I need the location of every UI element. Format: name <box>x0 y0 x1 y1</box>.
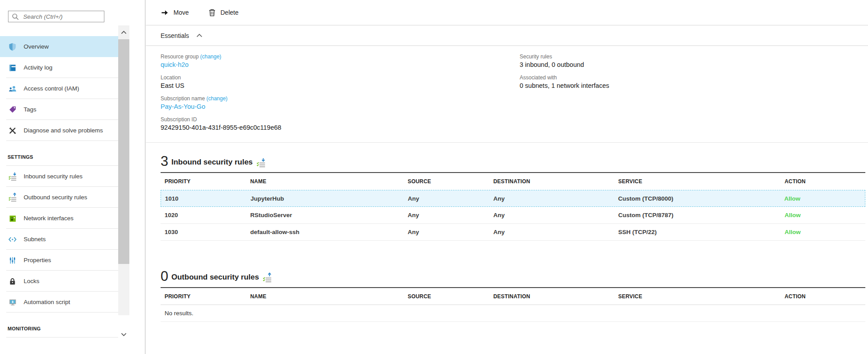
sidebar-item-access-control[interactable]: Access control (IAM) <box>0 78 118 99</box>
sidebar-item-label: Activity log <box>24 64 53 71</box>
outbound-rules-icon <box>8 193 17 202</box>
sidebar-item-label: Locks <box>24 278 39 284</box>
outbound-section-title: 0 Outbound security rules <box>161 269 865 283</box>
sidebar-item-label: Inbound security rules <box>24 173 83 180</box>
sidebar-item-subnets[interactable]: Subnets <box>0 229 118 250</box>
toolbar: Move Delete <box>146 0 868 25</box>
sidebar-item-label: Outbound security rules <box>24 194 87 201</box>
subscription-name-value-link[interactable]: Pay-As-You-Go <box>161 102 520 111</box>
sidebar-item-label: Properties <box>24 257 51 263</box>
sidebar: Overview Activity log Access control (IA… <box>0 0 145 354</box>
inbound-count: 3 <box>161 154 168 168</box>
inbound-rules-table: PRIORITY NAME SOURCE DESTINATION SERVICE… <box>161 172 865 241</box>
sidebar-item-inbound-rules[interactable]: Inbound security rules <box>0 166 118 187</box>
table-row[interactable]: 1020 RStudioServer Any Any Custom (TCP/8… <box>161 207 865 224</box>
sidebar-item-locks[interactable]: Locks <box>0 271 118 292</box>
table-row[interactable]: 1030 default-allow-ssh Any Any SSH (TCP/… <box>161 224 865 241</box>
tools-icon <box>8 126 17 136</box>
sidebar-scrollbar[interactable] <box>118 25 129 315</box>
essentials-left-column: Resource group (change) quick-h2o Locati… <box>161 54 520 142</box>
outbound-table-header: PRIORITY NAME SOURCE DESTINATION SERVICE… <box>161 288 865 305</box>
move-button[interactable]: Move <box>161 8 189 17</box>
sidebar-item-diagnose[interactable]: Diagnose and solve problems <box>0 120 118 141</box>
activity-log-icon <box>8 63 17 73</box>
inbound-rules-icon <box>8 172 17 181</box>
sidebar-item-network-interfaces[interactable]: Network interfaces <box>0 208 118 229</box>
no-results-message: No results. <box>161 305 865 322</box>
tag-icon <box>8 105 17 115</box>
scrollbar-thumb[interactable] <box>118 39 129 264</box>
inbound-rules-icon <box>256 157 266 168</box>
settings-section-header: SETTINGS <box>0 141 118 166</box>
action-allow: Allow <box>780 195 865 202</box>
subnets-icon <box>8 235 17 244</box>
automation-script-icon <box>8 297 17 307</box>
sidebar-item-label: Access control (IAM) <box>24 85 79 92</box>
monitoring-section-header: MONITORING <box>0 313 118 338</box>
outbound-rules-section: 0 Outbound security rules PRIORITY NAME … <box>161 269 865 322</box>
sidebar-item-label: Network interfaces <box>24 215 74 222</box>
sidebar-item-label: Tags <box>24 106 37 113</box>
sidebar-item-label: Diagnose and solve problems <box>24 127 103 134</box>
essentials-toggle[interactable]: Essentials <box>146 25 868 46</box>
essentials-title: Essentials <box>161 32 189 39</box>
move-arrow-icon <box>161 8 169 17</box>
sidebar-item-automation-script[interactable]: Automation script <box>0 292 118 313</box>
sidebar-item-label: Subnets <box>24 236 46 243</box>
lock-icon <box>8 276 17 286</box>
sliders-icon <box>8 255 17 265</box>
action-allow: Allow <box>781 229 865 235</box>
inbound-table-header: PRIORITY NAME SOURCE DESTINATION SERVICE… <box>161 173 865 190</box>
search-input[interactable] <box>22 13 101 21</box>
subscription-name-field: Subscription name (change) Pay-As-You-Go <box>161 95 520 111</box>
sidebar-item-label: Overview <box>24 43 49 50</box>
essentials-panel: Resource group (change) quick-h2o Locati… <box>146 46 868 143</box>
scroll-up-icon[interactable] <box>118 25 129 39</box>
shield-icon <box>8 42 17 52</box>
resource-group-field: Resource group (change) quick-h2o <box>161 54 520 70</box>
people-icon <box>8 84 17 94</box>
sidebar-item-label: Automation script <box>24 299 70 305</box>
main-content: Move Delete Essentials Resource group (c… <box>146 0 868 354</box>
delete-button[interactable]: Delete <box>208 8 238 16</box>
inbound-rules-section: 3 Inbound security rules PRIORITY NAME S… <box>161 154 865 241</box>
sidebar-item-tags[interactable]: Tags <box>0 99 118 120</box>
sidebar-item-overview[interactable]: Overview <box>0 36 118 57</box>
outbound-count: 0 <box>161 269 168 283</box>
security-rules-field: Security rules 3 inbound, 0 outbound <box>520 54 868 70</box>
action-allow: Allow <box>781 212 865 218</box>
outbound-rules-table: PRIORITY NAME SOURCE DESTINATION SERVICE… <box>161 287 865 322</box>
chevron-up-icon <box>196 33 203 37</box>
sidebar-menu: Overview Activity log Access control (IA… <box>0 36 118 338</box>
network-interface-icon <box>8 214 17 223</box>
outbound-rules-icon <box>262 272 273 283</box>
subscription-id-field: Subscription ID 92429150-401a-431f-8955-… <box>161 116 520 132</box>
sidebar-item-properties[interactable]: Properties <box>0 250 118 271</box>
change-resource-group-link[interactable]: (change) <box>200 54 221 60</box>
scroll-down-icon[interactable] <box>118 328 129 341</box>
inbound-section-title: 3 Inbound security rules <box>161 154 865 168</box>
search-box[interactable] <box>8 11 104 22</box>
search-icon <box>12 13 19 21</box>
sidebar-item-activity-log[interactable]: Activity log <box>0 57 118 78</box>
resource-group-value-link[interactable]: quick-h2o <box>161 60 520 70</box>
associated-with-field: Associated with 0 subnets, 1 network int… <box>520 74 868 91</box>
essentials-right-column: Security rules 3 inbound, 0 outbound Ass… <box>520 54 868 142</box>
change-subscription-link[interactable]: (change) <box>207 95 227 102</box>
location-field: Location East US <box>161 74 520 91</box>
trash-icon <box>208 8 216 16</box>
sidebar-item-outbound-rules[interactable]: Outbound security rules <box>0 187 118 208</box>
table-row[interactable]: 1010 JupyterHub Any Any Custom (TCP/8000… <box>161 190 865 207</box>
